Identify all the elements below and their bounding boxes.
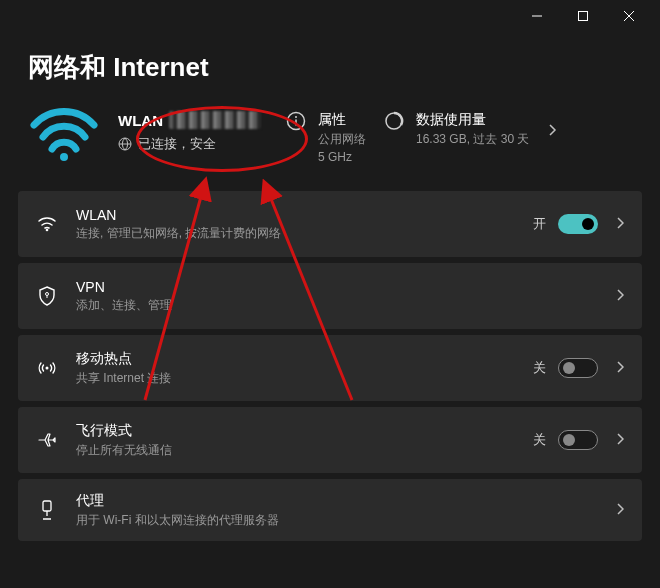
svg-point-8 <box>46 367 49 370</box>
status-row-chevron[interactable] <box>547 107 557 141</box>
wlan-title: WLAN <box>76 207 515 223</box>
data-usage-title: 数据使用量 <box>416 111 529 129</box>
properties-line2: 5 GHz <box>318 150 366 164</box>
proxy-subtitle: 用于 Wi-Fi 和以太网连接的代理服务器 <box>76 512 598 529</box>
close-icon <box>624 11 634 21</box>
data-usage-icon <box>384 111 404 131</box>
airplane-state-label: 关 <box>533 431 546 449</box>
setting-proxy[interactable]: 代理 用于 Wi-Fi 和以太网连接的代理服务器 <box>18 479 642 541</box>
settings-list: WLAN 连接, 管理已知网络, 按流量计费的网络 开 VPN 添加、连接、管理… <box>0 191 660 541</box>
properties-text: 属性 公用网络 5 GHz <box>318 111 366 164</box>
shield-icon <box>36 286 58 306</box>
airplane-title: 飞行模式 <box>76 422 515 440</box>
wlan-state-label: 开 <box>533 215 546 233</box>
close-button[interactable] <box>606 0 652 32</box>
setting-hotspot[interactable]: 移动热点 共享 Internet 连接 关 <box>18 335 642 401</box>
network-status-row: WLAN 已连接，安全 属性 公用网络 5 GHz 数据使用量 <box>0 107 660 191</box>
wifi-icon <box>36 216 58 232</box>
svg-point-1 <box>60 153 68 161</box>
network-status-text: 已连接，安全 <box>138 135 216 153</box>
properties-button[interactable]: 属性 公用网络 5 GHz <box>286 107 366 164</box>
network-name-redacted <box>169 111 261 129</box>
globe-icon <box>118 137 132 151</box>
airplane-icon <box>36 431 58 449</box>
proxy-title: 代理 <box>76 492 598 510</box>
setting-wlan[interactable]: WLAN 连接, 管理已知网络, 按流量计费的网络 开 <box>18 191 642 257</box>
setting-vpn[interactable]: VPN 添加、连接、管理 <box>18 263 642 329</box>
current-network-name: WLAN <box>118 111 268 129</box>
airplane-toggle[interactable] <box>558 430 598 450</box>
airplane-chevron[interactable] <box>616 431 624 449</box>
current-network-block[interactable]: WLAN 已连接，安全 <box>118 107 268 153</box>
data-usage-button[interactable]: 数据使用量 16.33 GB, 过去 30 天 <box>384 107 529 148</box>
properties-title: 属性 <box>318 111 366 129</box>
svg-point-4 <box>295 116 297 118</box>
data-usage-subtitle: 16.33 GB, 过去 30 天 <box>416 131 529 148</box>
proxy-chevron[interactable] <box>616 501 624 519</box>
vpn-subtitle: 添加、连接、管理 <box>76 297 598 314</box>
minimize-button[interactable] <box>514 0 560 32</box>
svg-rect-0 <box>579 12 588 21</box>
properties-line1: 公用网络 <box>318 131 366 148</box>
hotspot-state-label: 关 <box>533 359 546 377</box>
maximize-icon <box>578 11 588 21</box>
minimize-icon <box>532 11 542 21</box>
data-usage-text: 数据使用量 16.33 GB, 过去 30 天 <box>416 111 529 148</box>
vpn-chevron[interactable] <box>616 287 624 305</box>
svg-point-7 <box>46 293 49 296</box>
wlan-toggle[interactable] <box>558 214 598 234</box>
setting-airplane[interactable]: 飞行模式 停止所有无线通信 关 <box>18 407 642 473</box>
info-icon <box>286 111 306 131</box>
wlan-subtitle: 连接, 管理已知网络, 按流量计费的网络 <box>76 225 515 242</box>
svg-rect-9 <box>43 501 51 511</box>
airplane-subtitle: 停止所有无线通信 <box>76 442 515 459</box>
current-network-status: 已连接，安全 <box>118 135 268 153</box>
wifi-signal-icon <box>28 107 100 165</box>
hotspot-title: 移动热点 <box>76 350 515 368</box>
page-title: 网络和 Internet <box>0 32 660 107</box>
hotspot-toggle[interactable] <box>558 358 598 378</box>
hotspot-subtitle: 共享 Internet 连接 <box>76 370 515 387</box>
maximize-button[interactable] <box>560 0 606 32</box>
network-name-prefix: WLAN <box>118 112 163 129</box>
wlan-chevron[interactable] <box>616 215 624 233</box>
vpn-title: VPN <box>76 279 598 295</box>
svg-point-6 <box>46 229 49 232</box>
proxy-icon <box>36 500 58 520</box>
window-titlebar <box>0 0 660 32</box>
hotspot-chevron[interactable] <box>616 359 624 377</box>
hotspot-icon <box>36 359 58 377</box>
